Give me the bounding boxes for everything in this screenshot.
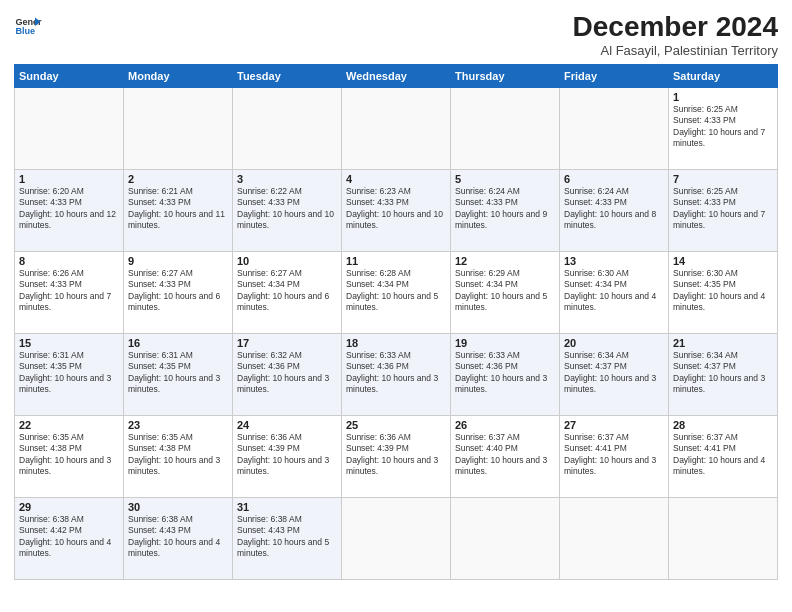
header: General Blue December 2024 Al Fasayil, P…: [14, 12, 778, 58]
table-cell: 8Sunrise: 6:26 AMSunset: 4:33 PMDaylight…: [15, 251, 124, 333]
month-title: December 2024: [573, 12, 778, 43]
header-cell-tuesday: Tuesday: [233, 64, 342, 87]
table-cell: 2Sunrise: 6:21 AMSunset: 4:33 PMDaylight…: [124, 169, 233, 251]
table-cell: [342, 497, 451, 579]
table-cell: 1Sunrise: 6:25 AMSunset: 4:33 PMDaylight…: [669, 87, 778, 169]
table-cell: 11Sunrise: 6:28 AMSunset: 4:34 PMDayligh…: [342, 251, 451, 333]
table-cell: 10Sunrise: 6:27 AMSunset: 4:34 PMDayligh…: [233, 251, 342, 333]
table-cell: [233, 87, 342, 169]
table-cell: 17Sunrise: 6:32 AMSunset: 4:36 PMDayligh…: [233, 333, 342, 415]
header-cell-saturday: Saturday: [669, 64, 778, 87]
header-cell-thursday: Thursday: [451, 64, 560, 87]
table-cell: 9Sunrise: 6:27 AMSunset: 4:33 PMDaylight…: [124, 251, 233, 333]
header-cell-monday: Monday: [124, 64, 233, 87]
table-cell: 23Sunrise: 6:35 AMSunset: 4:38 PMDayligh…: [124, 415, 233, 497]
header-cell-friday: Friday: [560, 64, 669, 87]
table-cell: 25Sunrise: 6:36 AMSunset: 4:39 PMDayligh…: [342, 415, 451, 497]
table-cell: 21Sunrise: 6:34 AMSunset: 4:37 PMDayligh…: [669, 333, 778, 415]
calendar-table: SundayMondayTuesdayWednesdayThursdayFrid…: [14, 64, 778, 580]
table-cell: 15Sunrise: 6:31 AMSunset: 4:35 PMDayligh…: [15, 333, 124, 415]
table-cell: 28Sunrise: 6:37 AMSunset: 4:41 PMDayligh…: [669, 415, 778, 497]
table-cell: 22Sunrise: 6:35 AMSunset: 4:38 PMDayligh…: [15, 415, 124, 497]
table-cell: 26Sunrise: 6:37 AMSunset: 4:40 PMDayligh…: [451, 415, 560, 497]
table-cell: 3Sunrise: 6:22 AMSunset: 4:33 PMDaylight…: [233, 169, 342, 251]
table-cell: 16Sunrise: 6:31 AMSunset: 4:35 PMDayligh…: [124, 333, 233, 415]
header-cell-wednesday: Wednesday: [342, 64, 451, 87]
table-cell: [451, 87, 560, 169]
table-cell: [669, 497, 778, 579]
table-cell: 31Sunrise: 6:38 AMSunset: 4:43 PMDayligh…: [233, 497, 342, 579]
header-row: SundayMondayTuesdayWednesdayThursdayFrid…: [15, 64, 778, 87]
table-cell: [15, 87, 124, 169]
table-cell: 7Sunrise: 6:25 AMSunset: 4:33 PMDaylight…: [669, 169, 778, 251]
table-cell: 20Sunrise: 6:34 AMSunset: 4:37 PMDayligh…: [560, 333, 669, 415]
logo: General Blue: [14, 12, 42, 40]
table-cell: 18Sunrise: 6:33 AMSunset: 4:36 PMDayligh…: [342, 333, 451, 415]
svg-text:Blue: Blue: [15, 26, 35, 36]
table-cell: 13Sunrise: 6:30 AMSunset: 4:34 PMDayligh…: [560, 251, 669, 333]
table-cell: 1Sunrise: 6:20 AMSunset: 4:33 PMDaylight…: [15, 169, 124, 251]
table-cell: 29Sunrise: 6:38 AMSunset: 4:42 PMDayligh…: [15, 497, 124, 579]
header-cell-sunday: Sunday: [15, 64, 124, 87]
table-cell: [451, 497, 560, 579]
logo-icon: General Blue: [14, 12, 42, 40]
table-cell: 4Sunrise: 6:23 AMSunset: 4:33 PMDaylight…: [342, 169, 451, 251]
table-header: SundayMondayTuesdayWednesdayThursdayFrid…: [15, 64, 778, 87]
calendar-container: General Blue December 2024 Al Fasayil, P…: [0, 0, 792, 612]
calendar-body: 1Sunrise: 6:25 AMSunset: 4:33 PMDaylight…: [15, 87, 778, 579]
title-block: December 2024 Al Fasayil, Palestinian Te…: [573, 12, 778, 58]
table-cell: [560, 497, 669, 579]
table-cell: [342, 87, 451, 169]
table-cell: [560, 87, 669, 169]
table-cell: 6Sunrise: 6:24 AMSunset: 4:33 PMDaylight…: [560, 169, 669, 251]
table-cell: 14Sunrise: 6:30 AMSunset: 4:35 PMDayligh…: [669, 251, 778, 333]
table-cell: 5Sunrise: 6:24 AMSunset: 4:33 PMDaylight…: [451, 169, 560, 251]
table-cell: 30Sunrise: 6:38 AMSunset: 4:43 PMDayligh…: [124, 497, 233, 579]
table-cell: [124, 87, 233, 169]
subtitle: Al Fasayil, Palestinian Territory: [573, 43, 778, 58]
table-cell: 12Sunrise: 6:29 AMSunset: 4:34 PMDayligh…: [451, 251, 560, 333]
table-cell: 27Sunrise: 6:37 AMSunset: 4:41 PMDayligh…: [560, 415, 669, 497]
table-cell: 19Sunrise: 6:33 AMSunset: 4:36 PMDayligh…: [451, 333, 560, 415]
table-cell: 24Sunrise: 6:36 AMSunset: 4:39 PMDayligh…: [233, 415, 342, 497]
